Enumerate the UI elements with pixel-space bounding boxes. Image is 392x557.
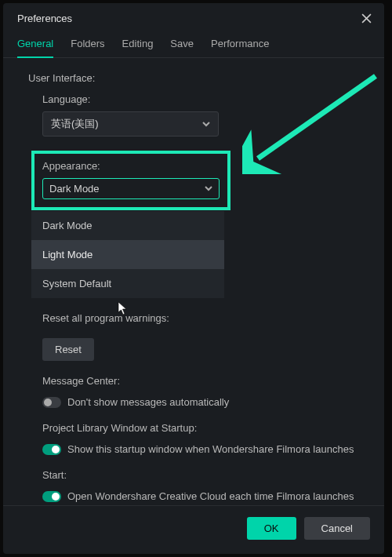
- tab-performance[interactable]: Performance: [211, 31, 269, 57]
- appearance-option-system[interactable]: System Default: [31, 269, 224, 298]
- message-center-label: Message Center:: [42, 375, 368, 387]
- appearance-label: Appearance:: [42, 160, 220, 172]
- tab-editing[interactable]: Editing: [122, 31, 154, 57]
- appearance-option-dark[interactable]: Dark Mode: [31, 211, 224, 240]
- language-label: Language:: [42, 93, 368, 105]
- appearance-selected-value: Dark Mode: [49, 183, 100, 195]
- start-toggle-label: Open Wondershare Creative Cloud each tim…: [67, 490, 354, 502]
- appearance-option-light[interactable]: Light Mode: [31, 240, 224, 269]
- window-title: Preferences: [17, 13, 72, 24]
- content-area: User Interface: Language: 英语(美国) Appeara…: [3, 58, 384, 505]
- preferences-window: Preferences General Folders Editing Save…: [3, 3, 384, 554]
- chevron-down-icon: [205, 183, 212, 195]
- message-center-toggle-label: Don't show messages automatically: [67, 396, 229, 408]
- language-selected-value: 英语(美国): [51, 117, 99, 131]
- footer: OK Cancel: [3, 505, 384, 554]
- tab-folders[interactable]: Folders: [71, 31, 104, 57]
- project-library-toggle[interactable]: [42, 444, 61, 455]
- language-select[interactable]: 英语(美国): [42, 111, 219, 137]
- tabs: General Folders Editing Save Performance: [3, 31, 384, 58]
- ok-button[interactable]: OK: [247, 517, 296, 540]
- start-label: Start:: [42, 469, 368, 481]
- close-icon: [361, 13, 372, 24]
- reset-button[interactable]: Reset: [42, 338, 94, 361]
- titlebar: Preferences: [3, 3, 384, 31]
- cancel-button[interactable]: Cancel: [304, 517, 370, 540]
- project-library-toggle-label: Show this startup window when Wondershar…: [67, 443, 354, 455]
- reset-warnings-label: Reset all program warnings:: [42, 312, 368, 324]
- appearance-highlight-annotation: Appearance: Dark Mode: [31, 151, 230, 210]
- chevron-down-icon: [202, 118, 210, 130]
- user-interface-label: User Interface:: [28, 72, 368, 84]
- project-library-label: Project Library Window at Startup:: [42, 422, 368, 434]
- close-button[interactable]: [359, 11, 373, 25]
- tab-general[interactable]: General: [17, 31, 53, 57]
- tab-save[interactable]: Save: [170, 31, 194, 57]
- appearance-select[interactable]: Dark Mode: [42, 178, 220, 199]
- appearance-dropdown-list: Dark Mode Light Mode System Default: [31, 211, 224, 298]
- start-toggle[interactable]: [42, 491, 61, 502]
- message-center-toggle[interactable]: [42, 397, 61, 408]
